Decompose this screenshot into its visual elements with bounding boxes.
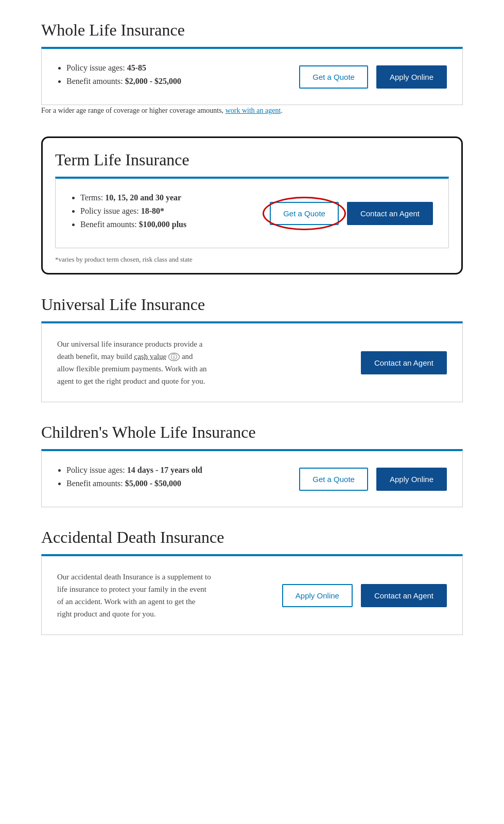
childrens-whole-life-bullet-1: Benefit amounts: $5,000 - $50,000 xyxy=(66,479,279,488)
term-life-footnote-outer: *varies by product term chosen, risk cla… xyxy=(55,248,449,273)
apply-online-button[interactable]: Apply Online xyxy=(376,468,447,491)
work-with-agent-link[interactable]: work with an agent xyxy=(225,107,281,114)
term-life-card-inner: Terms: 10, 15, 20 and 30 yearPolicy issu… xyxy=(56,179,448,248)
accidental-death-actions: Apply OnlineContact an Agent xyxy=(282,584,447,607)
whole-life-bullet-value-1: $2,000 - $25,000 xyxy=(125,77,181,85)
term-life-bullet-value-1: 18-80* xyxy=(141,207,164,215)
cash-value-term: cash value xyxy=(134,352,167,360)
whole-life-bullet-label-1: Benefit amounts: xyxy=(66,77,125,85)
whole-life-bullet-label-0: Policy issue ages: xyxy=(66,63,127,72)
term-life-bullet-1: Policy issue ages: 18-80* xyxy=(80,207,249,216)
universal-life-section: Universal Life InsuranceOur universal li… xyxy=(41,295,463,402)
get-quote-button[interactable]: Get a Quote xyxy=(299,468,368,491)
universal-life-card-inner: Our universal life insurance products pr… xyxy=(42,323,462,402)
accidental-death-card: Our accidental death Insurance is a supp… xyxy=(41,554,463,635)
term-life-bullet-label-1: Policy issue ages: xyxy=(80,207,141,215)
contact-agent-button[interactable]: Contact an Agent xyxy=(361,584,447,607)
whole-life-bullet-value-0: 45-85 xyxy=(127,63,146,72)
contact-agent-button[interactable]: Contact an Agent xyxy=(361,351,447,374)
whole-life-actions: Get a QuoteApply Online xyxy=(299,65,447,89)
childrens-whole-life-section: Children's Whole Life InsurancePolicy is… xyxy=(41,423,463,507)
childrens-whole-life-actions: Get a QuoteApply Online xyxy=(299,468,447,491)
universal-life-title: Universal Life Insurance xyxy=(41,295,463,314)
universal-life-details: Our universal life insurance products pr… xyxy=(57,338,340,387)
whole-life-details: Policy issue ages: 45-85Benefit amounts:… xyxy=(57,63,279,90)
childrens-whole-life-bullet-list: Policy issue ages: 14 days - 17 years ol… xyxy=(57,466,279,488)
term-life-actions: Get a QuoteContact an Agent xyxy=(270,202,433,225)
term-life-highlighted-box: Term Life InsuranceTerms: 10, 15, 20 and… xyxy=(41,136,463,274)
universal-life-card: Our universal life insurance products pr… xyxy=(41,321,463,402)
term-life-details: Terms: 10, 15, 20 and 30 yearPolicy issu… xyxy=(71,193,249,233)
contact-agent-button[interactable]: Contact an Agent xyxy=(347,202,433,225)
whole-life-section: Whole Life InsurancePolicy issue ages: 4… xyxy=(41,21,463,116)
whole-life-bullet-1: Benefit amounts: $2,000 - $25,000 xyxy=(66,77,279,86)
childrens-whole-life-title: Children's Whole Life Insurance xyxy=(41,423,463,442)
term-life-bullet-list: Terms: 10, 15, 20 and 30 yearPolicy issu… xyxy=(71,193,249,229)
accidental-death-description: Our accidental death Insurance is a supp… xyxy=(57,571,212,620)
accidental-death-details: Our accidental death Insurance is a supp… xyxy=(57,571,262,620)
childrens-whole-life-bullet-label-0: Policy issue ages: xyxy=(66,466,127,474)
term-life-bullet-label-0: Terms: xyxy=(80,193,105,202)
childrens-whole-life-bullet-value-1: $5,000 - $50,000 xyxy=(125,479,181,488)
whole-life-card-inner: Policy issue ages: 45-85Benefit amounts:… xyxy=(42,49,462,105)
childrens-whole-life-card: Policy issue ages: 14 days - 17 years ol… xyxy=(41,449,463,507)
term-life-title: Term Life Insurance xyxy=(55,150,449,169)
apply-online-button[interactable]: Apply Online xyxy=(376,65,447,89)
term-life-card: Terms: 10, 15, 20 and 30 yearPolicy issu… xyxy=(55,177,449,248)
universal-life-actions: Contact an Agent xyxy=(361,351,447,374)
apply-online-button[interactable]: Apply Online xyxy=(282,584,353,607)
info-icon[interactable]: ⓘ xyxy=(168,353,180,361)
childrens-whole-life-bullet-value-0: 14 days - 17 years old xyxy=(127,466,202,474)
whole-life-card: Policy issue ages: 45-85Benefit amounts:… xyxy=(41,47,463,105)
term-life-bullet-2: Benefit amounts: $100,000 plus xyxy=(80,220,249,229)
get-quote-button[interactable]: Get a Quote xyxy=(270,202,339,225)
accidental-death-section: Accidental Death InsuranceOur accidental… xyxy=(41,528,463,635)
childrens-whole-life-details: Policy issue ages: 14 days - 17 years ol… xyxy=(57,466,279,492)
term-life-bullet-value-0: 10, 15, 20 and 30 year xyxy=(105,193,181,202)
accidental-death-card-inner: Our accidental death Insurance is a supp… xyxy=(42,556,462,634)
whole-life-subnote: For a wider age range of coverage or hig… xyxy=(41,105,463,116)
childrens-whole-life-bullet-0: Policy issue ages: 14 days - 17 years ol… xyxy=(66,466,279,475)
accidental-death-title: Accidental Death Insurance xyxy=(41,528,463,547)
whole-life-bullet-list: Policy issue ages: 45-85Benefit amounts:… xyxy=(57,63,279,86)
whole-life-bullet-0: Policy issue ages: 45-85 xyxy=(66,63,279,73)
term-life-bullet-label-2: Benefit amounts: xyxy=(80,220,139,229)
circled-button-wrapper: Get a Quote xyxy=(270,202,339,225)
universal-life-description: Our universal life insurance products pr… xyxy=(57,338,212,387)
childrens-whole-life-card-inner: Policy issue ages: 14 days - 17 years ol… xyxy=(42,451,462,507)
term-life-bullet-0: Terms: 10, 15, 20 and 30 year xyxy=(80,193,249,202)
whole-life-title: Whole Life Insurance xyxy=(41,21,463,40)
get-quote-button[interactable]: Get a Quote xyxy=(299,65,368,89)
term-life-bullet-value-2: $100,000 plus xyxy=(139,220,186,229)
childrens-whole-life-bullet-label-1: Benefit amounts: xyxy=(66,479,125,488)
